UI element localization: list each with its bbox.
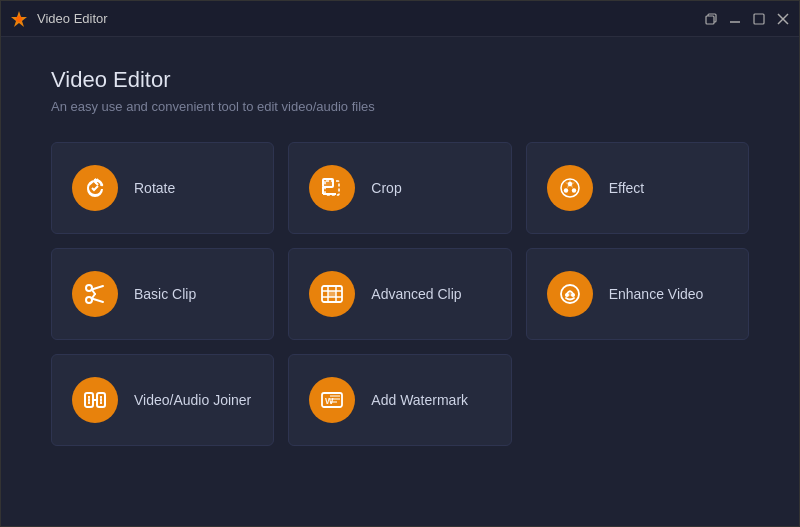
svg-line-19	[92, 286, 103, 290]
rotate-icon	[83, 176, 107, 200]
svg-rect-11	[323, 179, 332, 187]
svg-line-22	[92, 294, 95, 299]
svg-point-1	[16, 16, 22, 22]
svg-point-39	[100, 396, 102, 398]
svg-rect-28	[328, 291, 336, 297]
titlebar-controls	[703, 11, 791, 27]
svg-point-36	[88, 402, 90, 404]
effect-card[interactable]: Effect	[526, 142, 749, 234]
joiner-label: Video/Audio Joiner	[134, 391, 251, 409]
svg-rect-2	[706, 16, 714, 24]
effect-icon	[558, 176, 582, 200]
crop-icon	[320, 176, 344, 200]
crop-label: Crop	[371, 179, 401, 197]
app-window: Video Editor	[0, 0, 800, 527]
svg-point-40	[100, 399, 102, 401]
page-title: Video Editor	[51, 67, 749, 93]
video-audio-joiner-card[interactable]: Video/Audio Joiner	[51, 354, 274, 446]
enhance-video-card[interactable]: Enhance Video	[526, 248, 749, 340]
svg-point-41	[100, 402, 102, 404]
watermark-label: Add Watermark	[371, 391, 468, 409]
restore-button[interactable]	[703, 11, 719, 27]
svg-rect-4	[754, 14, 764, 24]
main-content: Video Editor An easy use and convenient …	[1, 37, 799, 526]
crop-icon-wrap	[309, 165, 355, 211]
crop-card[interactable]: Crop	[288, 142, 511, 234]
basic-clip-icon-wrap	[72, 271, 118, 317]
watermark-icon: W	[320, 388, 344, 412]
enhance-video-label: Enhance Video	[609, 285, 704, 303]
svg-point-34	[88, 396, 90, 398]
rotate-icon-wrap	[72, 165, 118, 211]
basic-clip-card[interactable]: Basic Clip	[51, 248, 274, 340]
effect-label: Effect	[609, 179, 645, 197]
page-subtitle: An easy use and convenient tool to edit …	[51, 99, 749, 114]
svg-point-14	[563, 188, 567, 192]
close-button[interactable]	[775, 11, 791, 27]
svg-point-15	[571, 188, 575, 192]
svg-point-30	[565, 293, 569, 297]
svg-line-20	[92, 299, 103, 303]
maximize-button[interactable]	[751, 11, 767, 27]
rotate-label: Rotate	[134, 179, 175, 197]
feature-grid: Rotate Crop	[51, 142, 749, 446]
watermark-icon-wrap: W	[309, 377, 355, 423]
rotate-card[interactable]: Rotate	[51, 142, 274, 234]
advanced-clip-icon-wrap	[309, 271, 355, 317]
minimize-button[interactable]	[727, 11, 743, 27]
add-watermark-card[interactable]: W Add Watermark	[288, 354, 511, 446]
enhance-video-icon-wrap	[547, 271, 593, 317]
svg-point-35	[88, 399, 90, 401]
basic-clip-label: Basic Clip	[134, 285, 196, 303]
effect-icon-wrap	[547, 165, 593, 211]
titlebar-title: Video Editor	[37, 11, 703, 26]
svg-point-31	[571, 293, 575, 297]
advanced-clip-card[interactable]: Advanced Clip	[288, 248, 511, 340]
joiner-icon-wrap	[72, 377, 118, 423]
titlebar: Video Editor	[1, 1, 799, 37]
enhance-video-icon	[558, 282, 582, 306]
basic-clip-icon	[83, 282, 107, 306]
app-icon	[9, 9, 29, 29]
joiner-icon	[83, 388, 107, 412]
advanced-clip-label: Advanced Clip	[371, 285, 461, 303]
svg-text:W: W	[325, 396, 334, 406]
advanced-clip-icon	[320, 282, 344, 306]
